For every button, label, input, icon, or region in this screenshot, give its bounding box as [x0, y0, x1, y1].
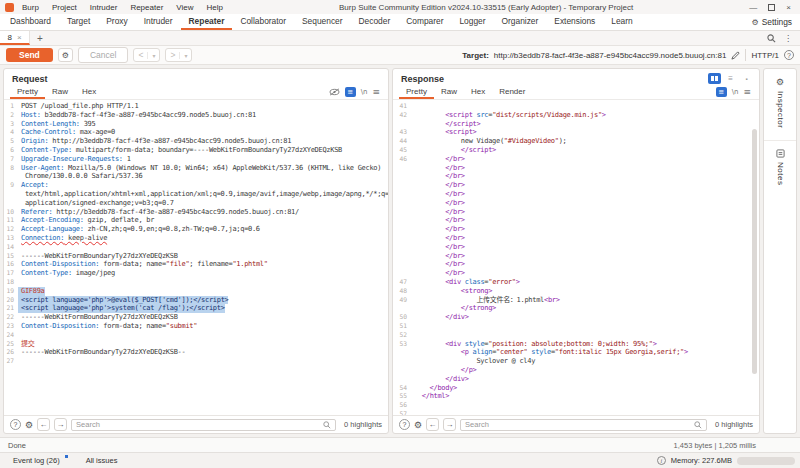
rows-layout-icon[interactable]: ≡ [724, 73, 737, 84]
code-line: 47<div class="error"> [393, 278, 759, 287]
editor-menu-icon[interactable]: ≡ [743, 87, 751, 97]
next-request-button[interactable]: > ▾ [165, 48, 192, 62]
code-line: 9Accept: [4, 181, 388, 190]
search-icon[interactable] [767, 34, 776, 43]
search-help-icon[interactable]: ? [10, 419, 21, 430]
menu-bar: BurpProjectIntruderRepeaterViewHelp [22, 3, 223, 12]
search-settings-icon[interactable]: ⚙ [25, 420, 33, 430]
search-next-icon[interactable]: → [443, 418, 456, 431]
send-button[interactable]: Send [6, 48, 53, 62]
menu-project[interactable]: Project [52, 3, 77, 12]
response-tab-raw[interactable]: Raw [434, 85, 464, 99]
help-icon[interactable]: ? [784, 50, 794, 60]
protocol-selector[interactable]: HTTP/1 [751, 51, 779, 60]
event-log-badge [65, 455, 68, 458]
event-log-tab[interactable]: Event log (26) [5, 456, 68, 465]
request-tab-pretty[interactable]: Pretty [10, 85, 45, 99]
chevron-down-icon[interactable]: ▾ [147, 52, 159, 59]
cancel-button[interactable]: Cancel [78, 47, 128, 63]
inspector-tab[interactable]: ⚙ Inspector [764, 69, 796, 141]
code-line: 24 [4, 331, 388, 340]
response-editor[interactable]: 4142<script src="dist/scripts/Vidage.min… [393, 100, 759, 415]
add-tab-button[interactable]: + [30, 31, 50, 45]
request-editor[interactable]: 1POST /upload_file.php HTTP/1.12Host: b3… [4, 100, 388, 415]
request-tabs: PrettyRawHex ≡ \n ≡ [4, 85, 388, 100]
response-title: Response [393, 69, 759, 85]
search-next-icon[interactable]: → [54, 418, 67, 431]
response-search-input[interactable]: Search [460, 419, 707, 431]
code-line: Chrome/130.0.0.0 Safari/537.36 [4, 172, 388, 181]
tab-collaborator[interactable]: Collaborator [232, 14, 294, 30]
request-search-input[interactable]: Search [71, 419, 336, 431]
syntax-highlight-icon[interactable]: ≡ [345, 87, 356, 97]
menu-help[interactable]: Help [207, 3, 223, 12]
code-line: 3Content-Length: 395 [4, 120, 388, 129]
minimize-button[interactable]: — [749, 3, 757, 12]
code-line: </br> [393, 208, 759, 217]
syntax-highlight-icon[interactable]: ≡ [716, 87, 727, 97]
search-settings-icon[interactable]: ⚙ [414, 420, 422, 430]
search-help-icon[interactable]: ? [399, 419, 410, 430]
code-line: </br> [393, 199, 759, 208]
close-tab-icon[interactable]: × [17, 33, 22, 42]
more-options-icon[interactable]: ⋮ [784, 34, 792, 43]
code-line: </p> [393, 366, 759, 375]
all-issues-tab[interactable]: All issues [86, 456, 118, 465]
search-icon [323, 421, 331, 429]
chevron-down-icon[interactable]: ▾ [179, 52, 191, 59]
code-line: Syclover @ cl4y [393, 357, 759, 366]
code-line: text/html,application/xhtml+xml,applicat… [4, 190, 388, 199]
code-line: 54</body> [393, 384, 759, 393]
settings-button[interactable]: ⚙Settings [744, 14, 800, 30]
tab-dashboard[interactable]: Dashboard [2, 14, 59, 30]
code-line: 51 [393, 322, 759, 331]
status-text: Done [8, 441, 26, 450]
request-settings-button[interactable]: ⚙ [58, 48, 73, 62]
tab-repeater[interactable]: Repeater [181, 14, 233, 30]
response-tab-hex[interactable]: Hex [464, 85, 492, 99]
prev-request-button[interactable]: < ▾ [133, 48, 160, 62]
tab-decoder[interactable]: Decoder [351, 14, 399, 30]
tab-comparer[interactable]: Comparer [398, 14, 451, 30]
menu-intruder[interactable]: Intruder [90, 3, 118, 12]
editor-menu-icon[interactable]: ≡ [372, 87, 380, 97]
tab-intruder[interactable]: Intruder [136, 14, 181, 30]
maximize-button[interactable] [768, 4, 775, 11]
request-tab-raw[interactable]: Raw [45, 85, 75, 99]
tab-organizer[interactable]: Organizer [494, 14, 547, 30]
tab-sequencer[interactable]: Sequencer [294, 14, 351, 30]
code-line: 46</br> [393, 155, 759, 164]
search-prev-icon[interactable]: ← [37, 418, 50, 431]
tab-extensions[interactable]: Extensions [546, 14, 603, 30]
code-line: 7Upgrade-Insecure-Requests: 1 [4, 155, 388, 164]
response-tab-pretty[interactable]: Pretty [399, 85, 434, 99]
menu-burp[interactable]: Burp [22, 3, 39, 12]
hide-nonprinting-icon[interactable] [329, 88, 340, 96]
tab-proxy[interactable]: Proxy [98, 14, 135, 30]
newline-toggle-icon[interactable]: \n [361, 88, 368, 96]
code-line: 45</script> [393, 146, 759, 155]
request-tab-hex[interactable]: Hex [75, 85, 103, 99]
code-line: 19GIF89a [4, 287, 388, 296]
notes-tab[interactable]: Notes [764, 141, 796, 197]
response-tab-render[interactable]: Render [492, 85, 532, 99]
code-line: 56 [393, 401, 759, 410]
code-line: 17Content-Type: image/jpeg [4, 269, 388, 278]
response-scrollbar[interactable] [752, 105, 757, 411]
tab-learn[interactable]: Learn [603, 14, 640, 30]
memory-bar [737, 457, 795, 465]
response-stats: 1,453 bytes | 1,205 millis [674, 441, 792, 450]
edit-pencil-icon[interactable] [731, 51, 740, 60]
right-sidebar: ⚙ Inspector Notes [763, 68, 797, 434]
close-button[interactable]: × [786, 3, 791, 12]
info-icon: i [657, 456, 666, 465]
menu-view[interactable]: View [176, 3, 193, 12]
tab-logger[interactable]: Logger [451, 14, 493, 30]
newline-toggle-icon[interactable]: \n [732, 88, 739, 96]
repeater-session-tab[interactable]: 8 × [0, 31, 30, 45]
columns-layout-icon[interactable] [708, 73, 721, 84]
menu-repeater[interactable]: Repeater [130, 3, 163, 12]
search-prev-icon[interactable]: ← [426, 418, 439, 431]
tab-target[interactable]: Target [59, 14, 98, 30]
single-layout-icon[interactable]: ▪ [740, 73, 753, 84]
